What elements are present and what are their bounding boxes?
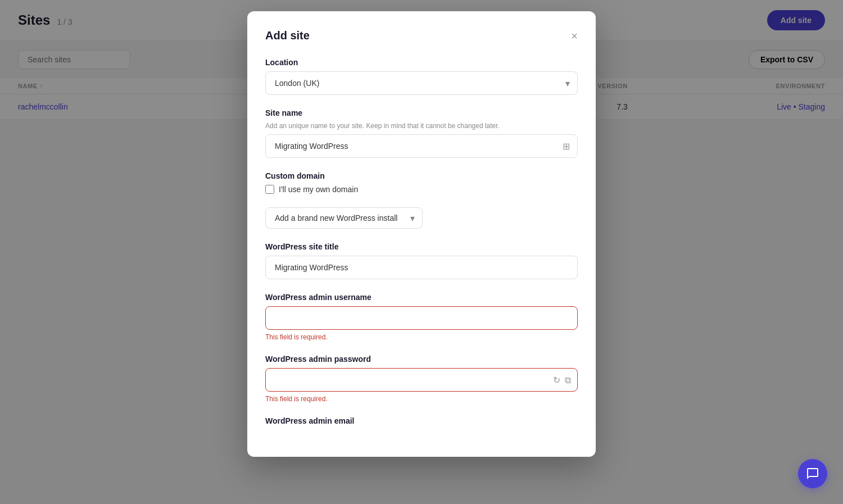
modal-header: Add site × — [265, 29, 578, 42]
custom-domain-section: Custom domain I'll use my own domain — [265, 171, 578, 194]
grid-icon: ⊞ — [563, 141, 570, 152]
wp-site-title-input[interactable] — [265, 256, 578, 279]
location-select-wrapper: London (UK) New York (US) Frankfurt (DE)… — [265, 71, 578, 95]
site-name-label: Site name — [265, 108, 578, 117]
chat-icon — [806, 467, 819, 480]
wp-site-title-label: WordPress site title — [265, 242, 578, 251]
use-own-domain-checkbox[interactable] — [265, 185, 274, 194]
site-name-section: Site name Add an unique name to your sit… — [265, 108, 578, 158]
install-type-select[interactable]: Add a brand new WordPress install Migrat… — [265, 207, 423, 229]
wp-admin-username-error: This field is required. — [265, 333, 578, 341]
wp-admin-username-label: WordPress admin username — [265, 293, 578, 302]
copy-icon[interactable]: ⧉ — [565, 375, 571, 385]
wp-admin-password-error: This field is required. — [265, 395, 578, 403]
wp-admin-email-section: WordPress admin email — [265, 416, 578, 425]
wp-site-title-section: WordPress site title — [265, 242, 578, 279]
site-name-input[interactable] — [265, 134, 578, 158]
modal-overlay: Add site × Location London (UK) New York… — [0, 0, 843, 504]
custom-domain-label: Custom domain — [265, 171, 578, 180]
password-icons: ↻ ⧉ — [553, 375, 571, 385]
modal-close-button[interactable]: × — [571, 30, 578, 42]
location-select[interactable]: London (UK) New York (US) Frankfurt (DE)… — [265, 71, 578, 95]
modal-title: Add site — [265, 29, 310, 42]
chat-support-button[interactable] — [798, 459, 827, 488]
install-type-select-wrapper: Add a brand new WordPress install Migrat… — [265, 207, 423, 229]
wp-admin-username-input[interactable] — [265, 306, 578, 330]
wp-admin-password-section: WordPress admin password ↻ ⧉ This field … — [265, 355, 578, 403]
location-label: Location — [265, 58, 578, 67]
wp-admin-username-section: WordPress admin username This field is r… — [265, 293, 578, 341]
use-own-domain-label[interactable]: I'll use my own domain — [279, 185, 358, 194]
refresh-icon[interactable]: ↻ — [553, 375, 560, 385]
add-site-modal: Add site × Location London (UK) New York… — [247, 11, 596, 457]
custom-domain-row: I'll use my own domain — [265, 185, 578, 194]
location-section: Location London (UK) New York (US) Frank… — [265, 58, 578, 95]
wp-admin-email-label: WordPress admin email — [265, 416, 578, 425]
wp-admin-password-label: WordPress admin password — [265, 355, 578, 364]
site-name-input-wrapper: ⊞ — [265, 134, 578, 158]
site-name-hint: Add an unique name to your site. Keep in… — [265, 122, 578, 130]
install-type-section: Add a brand new WordPress install Migrat… — [265, 207, 578, 229]
wp-admin-password-input[interactable] — [265, 368, 578, 392]
wp-admin-password-input-wrapper: ↻ ⧉ — [265, 368, 578, 392]
